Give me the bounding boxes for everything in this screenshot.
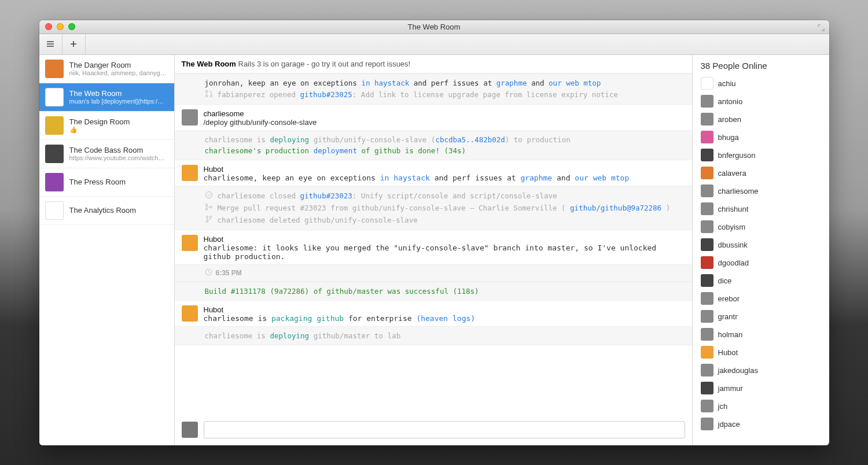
content-area: The Danger Roomniik, Haacked, ammeep, da… — [39, 55, 829, 445]
person-name: bhuga — [718, 133, 739, 142]
add-button[interactable] — [62, 34, 86, 54]
person-name: antonio — [718, 97, 743, 106]
system-line: Build #1131178 (9a72286) of github/maste… — [175, 282, 692, 301]
room-name: The Analytics Room — [69, 206, 137, 215]
person-name: jakedouglas — [718, 366, 758, 375]
menu-button[interactable] — [39, 34, 62, 54]
person-row[interactable]: dgoodlad — [701, 254, 821, 271]
person-row[interactable]: chrishunt — [701, 201, 821, 217]
room-item[interactable]: The Press Room — [39, 168, 174, 197]
room-subtitle: niik, Haacked, ammeep, dannyg… — [69, 69, 167, 76]
system-line: charliesome is deploying github/master t… — [175, 326, 692, 345]
people-list: achiuantonioarobenbhugabnfergusoncalaver… — [701, 75, 821, 433]
room-avatar — [45, 145, 64, 163]
avatar — [701, 95, 713, 108]
composer — [175, 415, 692, 445]
fullscreen-icon[interactable] — [818, 23, 825, 30]
person-row[interactable]: jammur — [701, 380, 821, 397]
svg-point-6 — [210, 206, 212, 208]
person-row[interactable]: jch — [701, 398, 821, 415]
room-subtitle: https://www.youtube.com/watch… — [69, 154, 165, 161]
avatar — [701, 364, 713, 377]
svg-point-9 — [209, 216, 211, 217]
person-row[interactable]: charliesome — [701, 183, 821, 200]
person-name: aroben — [718, 115, 741, 124]
message-body: charliesome: it looks like you merged th… — [204, 243, 685, 261]
room-name: The Design Room — [69, 117, 130, 126]
room-avatar — [45, 201, 64, 220]
message-author: Hubot — [204, 235, 685, 243]
room-name: The Code Bass Room — [69, 146, 165, 154]
message: Hubot charliesome, keep an eye on except… — [175, 160, 692, 186]
system-line: charliesome is deploying github/unify-co… — [175, 130, 692, 160]
app-window: The Web Room The Danger Roomniik, Haacke… — [39, 20, 829, 445]
message-input[interactable] — [204, 421, 685, 438]
room-avatar — [45, 60, 64, 78]
room-subtitle: 👍 — [69, 126, 130, 134]
avatar — [701, 346, 713, 359]
clock-icon — [205, 268, 212, 278]
room-avatar — [45, 116, 64, 135]
system-line: jonrohan, keep an eye on exceptions in h… — [175, 73, 692, 105]
avatar — [182, 109, 198, 126]
person-row[interactable]: grantr — [701, 308, 821, 325]
person-name: jammur — [718, 384, 743, 393]
window-title: The Web Room — [39, 23, 829, 31]
message-author: Hubot — [204, 305, 685, 314]
message-stream[interactable]: jonrohan, keep an eye on exceptions in h… — [175, 73, 692, 415]
person-name: jch — [718, 402, 728, 411]
avatar — [182, 305, 198, 322]
room-item[interactable]: The Design Room👍 — [39, 112, 174, 140]
git-branch-delete-icon — [205, 215, 213, 225]
room-name: The Press Room — [69, 178, 126, 186]
message-author: Hubot — [204, 165, 685, 174]
person-name: holman — [718, 330, 743, 339]
avatar — [701, 274, 713, 287]
avatar — [701, 382, 713, 394]
person-row[interactable]: antonio — [701, 93, 821, 110]
svg-point-2 — [210, 95, 212, 97]
message-body: charliesome is packaging github for ente… — [204, 314, 685, 323]
room-avatar — [45, 173, 64, 191]
svg-point-3 — [205, 191, 212, 198]
avatar — [701, 400, 713, 412]
person-row[interactable]: Hubot — [701, 344, 821, 361]
person-row[interactable]: calavera — [701, 165, 821, 182]
person-row[interactable]: achiu — [701, 75, 821, 92]
avatar — [701, 77, 713, 90]
avatar — [182, 422, 198, 438]
person-name: erebor — [718, 294, 740, 303]
person-row[interactable]: erebor — [701, 290, 821, 307]
message: charliesome /deploy github/unify-console… — [175, 105, 692, 130]
room-item[interactable]: The Danger Roomniik, Haacked, ammeep, da… — [39, 55, 174, 83]
svg-point-5 — [205, 208, 207, 210]
person-row[interactable]: cobyism — [701, 219, 821, 235]
avatar — [701, 418, 713, 430]
message: Hubot charliesome is packaging github fo… — [175, 301, 692, 326]
person-row[interactable]: aroben — [701, 111, 821, 128]
avatar — [182, 165, 198, 181]
room-item[interactable]: The Analytics Room — [39, 197, 174, 225]
avatar — [701, 328, 713, 341]
person-name: charliesome — [718, 187, 759, 195]
avatar — [701, 220, 713, 233]
person-row[interactable]: bhuga — [701, 129, 821, 146]
person-row[interactable]: bnferguson — [701, 147, 821, 164]
person-row[interactable]: jakedouglas — [701, 362, 821, 379]
person-row[interactable]: dbussink — [701, 237, 821, 253]
room-topic-text: Rails 3 is on garage - go try it out and… — [238, 60, 411, 68]
message-body: charliesome, keep an eye on exceptions i… — [204, 174, 685, 182]
svg-point-1 — [205, 95, 207, 97]
room-name: The Web Room — [69, 89, 164, 98]
people-panel: 38 People Online achiuantonioarobenbhuga… — [693, 55, 829, 445]
avatar — [701, 310, 713, 323]
room-item[interactable]: The Web Roommuan's lab [deployment](http… — [39, 83, 174, 112]
person-name: achiu — [718, 79, 736, 88]
person-row[interactable]: dice — [701, 272, 821, 289]
person-row[interactable]: jdpace — [701, 416, 821, 433]
person-name: dice — [718, 276, 732, 285]
person-row[interactable]: holman — [701, 326, 821, 343]
svg-point-8 — [206, 220, 208, 222]
room-item[interactable]: The Code Bass Roomhttps://www.youtube.co… — [39, 140, 174, 168]
person-name: cobyism — [718, 223, 746, 231]
